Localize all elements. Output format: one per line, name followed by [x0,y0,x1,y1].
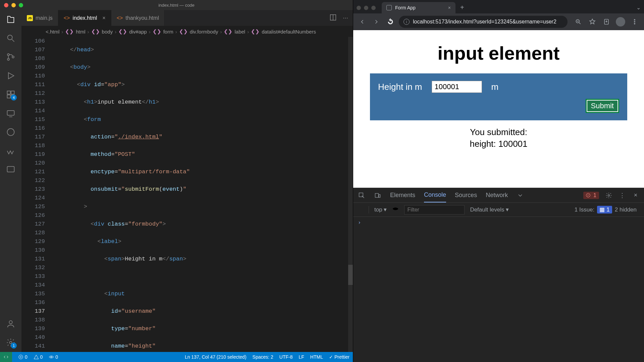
console-output[interactable]: › [353,217,644,362]
status-ports[interactable]: 0 [49,354,58,360]
tab-label: main.js [36,15,53,21]
bc-item[interactable]: body [102,29,113,35]
status-bar: 0 0 0 Ln 137, Col 47 (210 selected) Spac… [0,352,353,362]
settings-icon[interactable]: 1 [5,337,16,348]
chevron-down-icon[interactable]: ⌄ [636,4,641,11]
mac-traffic-lights[interactable] [4,3,23,7]
issues-label[interactable]: 1 Issue: [575,206,595,213]
svg-point-1 [7,54,9,56]
hidden-count[interactable]: 2 hidden [615,206,637,213]
close-icon[interactable]: × [102,15,105,21]
source-control-icon[interactable] [5,52,16,62]
svg-point-3 [12,56,14,58]
bookmark-icon[interactable] [5,145,16,156]
tab-console[interactable]: Console [424,191,446,202]
svg-rect-4 [7,91,10,94]
bookmark-icon[interactable] [586,16,598,28]
code-content[interactable]: </head> <body> <div id="app"> <h1>input … [55,37,353,352]
height-input[interactable] [432,81,482,93]
form-box: Height in m m Submit [370,73,627,120]
minimize-icon[interactable] [364,6,368,10]
bc-item[interactable]: div.formbody [190,29,218,35]
browser-toolbar: i localhost:5173/index.html?userId=12324… [353,13,644,30]
bc-item[interactable]: html [76,29,85,35]
html-file-icon: <> [117,15,123,21]
svg-rect-22 [375,193,379,197]
inspect-icon[interactable] [358,192,365,199]
back-button[interactable] [357,16,368,27]
bc-item[interactable]: label [234,29,245,35]
tab-index-html[interactable]: <> index.html × [58,10,111,26]
bc-item[interactable]: form [163,29,173,35]
testing-icon[interactable] [5,127,16,137]
status-warnings[interactable]: 0 [34,354,43,360]
close-icon[interactable] [4,3,8,7]
install-icon[interactable] [600,16,612,28]
profile-avatar[interactable] [614,16,627,28]
code-editor[interactable]: 106107108109110 111112113114115 11611711… [21,37,353,352]
status-errors[interactable]: 0 [18,354,28,360]
address-bar[interactable]: i localhost:5173/index.html?userId=12324… [399,16,568,28]
new-tab-button[interactable]: + [460,4,464,11]
device-toggle-icon[interactable] [374,192,381,199]
devtools-close-icon[interactable]: × [632,192,639,199]
status-language[interactable]: HTML [310,354,323,360]
status-eol[interactable]: LF [299,354,304,360]
menu-icon[interactable] [629,16,641,28]
close-icon[interactable] [357,6,361,10]
levels-selector[interactable]: Default levels ▾ [470,206,509,213]
site-info-icon[interactable]: i [404,19,410,25]
svg-rect-23 [379,194,380,197]
tab-thankyou-html[interactable]: <> thankyou.html [111,10,165,26]
mac-traffic-lights[interactable] [357,6,376,10]
zoom-icon[interactable] [371,6,376,10]
tab-elements[interactable]: Elements [390,192,415,202]
extensions-icon[interactable]: 4 [5,89,16,100]
more-icon[interactable]: ⋯ [343,15,348,21]
bc-item[interactable]: div#app [129,29,147,35]
comments-icon[interactable] [5,164,16,175]
tab-label: thankyou.html [125,15,159,21]
zoom-icon[interactable] [572,16,584,28]
result-line: height: 100001 [370,138,627,150]
html-file-icon: <> [64,15,70,21]
status-prettier[interactable]: ✓ Prettier [329,354,350,360]
svg-point-2 [7,58,9,60]
reload-button[interactable] [385,16,396,27]
account-icon[interactable] [5,318,16,329]
run-debug-icon[interactable] [5,70,16,81]
remote-icon[interactable] [5,108,16,119]
svg-point-0 [8,35,12,40]
tab-network[interactable]: Network [486,192,508,202]
explorer-icon[interactable] [5,14,16,25]
devtools-settings-icon[interactable] [605,192,612,199]
bc-item[interactable]: <.html [46,29,59,35]
error-count[interactable]: ⛒ 1 [583,192,599,199]
more-tabs-icon[interactable] [517,192,524,199]
breadcrumb[interactable]: <.html› ❮❯html› ❮❯body› ❮❯div#app› ❮❯for… [21,26,353,37]
close-icon[interactable]: × [448,5,451,10]
context-selector[interactable]: top ▾ [374,206,387,213]
submit-button[interactable]: Submit [586,99,619,113]
zoom-icon[interactable] [19,3,23,7]
tab-sources[interactable]: Sources [455,192,477,202]
status-cursor[interactable]: Ln 137, Col 47 (210 selected) [185,354,247,360]
tab-main-js[interactable]: JS main.js [21,10,58,26]
minimize-icon[interactable] [11,3,16,7]
issues-badge[interactable]: ▦ 1 [597,206,612,214]
status-encoding[interactable]: UTF-8 [279,354,293,360]
unit-label: m [491,82,499,92]
bc-item[interactable]: datalist#defaultNumbers [262,29,316,35]
search-icon[interactable] [5,33,16,44]
minimap-scrollbar[interactable] [348,37,353,352]
devtools-menu-icon[interactable]: ⋮ [619,192,626,199]
vscode-window: index.html — code 4 1 [0,0,353,362]
browser-tab[interactable]: Form App × [382,2,455,13]
split-editor-icon[interactable] [329,14,337,22]
filter-input[interactable] [404,205,465,215]
remote-indicator[interactable] [0,352,12,362]
live-expression-icon[interactable] [392,205,399,214]
status-spaces[interactable]: Spaces: 2 [253,354,273,360]
svg-rect-5 [11,91,14,94]
result-text: You submitted: height: 100001 [370,126,627,150]
